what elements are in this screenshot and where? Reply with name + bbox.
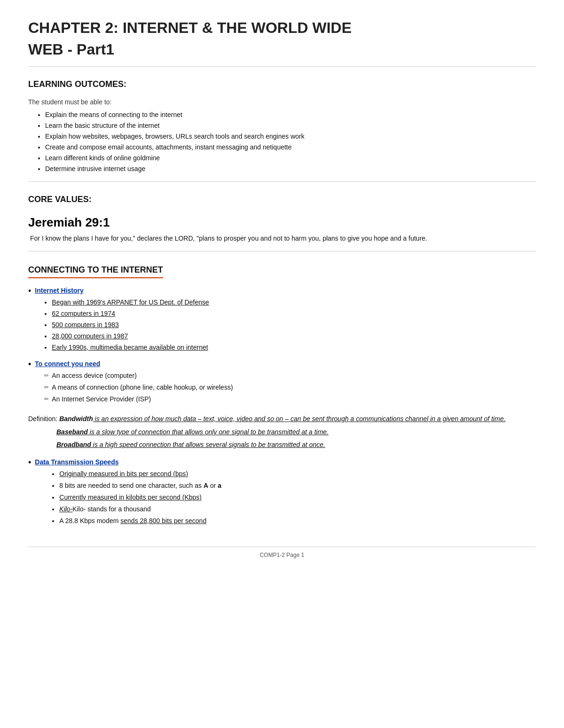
broadband-def-line: Broadband is a high speed connection tha… [56, 439, 536, 450]
history-item-text: Began with 1969's ARPANET for US Dept. o… [52, 298, 209, 306]
history-item: 500 computers in 1983 [52, 320, 536, 330]
data-item-text: Kilo-Kilo- stands for a thousand [59, 505, 151, 513]
connect-requirements-list: An access device (computer) A means of c… [35, 371, 536, 404]
outcome-item: Learn different kinds of online goldmine [45, 153, 536, 163]
internet-history-list: Began with 1969's ARPANET for US Dept. o… [35, 297, 536, 352]
footer-text: COMP1-2 Page 1 [260, 552, 305, 558]
bullet-dot: • [28, 456, 31, 469]
to-connect-content: To connect you need An access device (co… [35, 359, 536, 406]
connect-req-item: A means of connection (phone line, cable… [44, 383, 536, 392]
core-values-heading: CORE VALUES: [28, 193, 536, 206]
page-title-line1: CHAPTER 2: INTERNET & THE WORLD WIDE [28, 19, 536, 37]
data-transmission-link[interactable]: Data Transmission Speeds [35, 458, 118, 466]
baseband-def-text: is a slow type of connection that allows… [88, 428, 329, 436]
data-transmission-section: • Data Transmission Speeds Originally me… [28, 457, 536, 528]
bullet-dot: • [28, 285, 31, 297]
data-transmission-content: Data Transmission Speeds Originally meas… [35, 457, 536, 528]
history-item-text: Early 1990s, multimedia became available… [52, 344, 208, 351]
bandwidth-definition-text: is an expression of how much data – text… [93, 415, 506, 423]
baseband-def-line: Baseband is a slow type of connection th… [56, 427, 536, 437]
outcome-item: Determine intrusive internet usage [45, 164, 536, 174]
data-item: Originally measured in bits per second (… [59, 469, 536, 479]
history-item-text: 500 computers in 1983 [52, 321, 118, 329]
history-item-text: 28,000 computers in 1987 [52, 332, 128, 340]
data-item: A 28.8 Kbps modem sends 28,800 bits per … [59, 516, 536, 526]
connect-req-item: An access device (computer) [44, 371, 536, 381]
to-connect-item: • To connect you need An access device (… [28, 359, 536, 406]
outcomes-list: Explain the means of connecting to the i… [28, 110, 536, 174]
bandwidth-def-line: Definition: Bandwidth is an expression o… [28, 414, 536, 424]
outcome-item: Explain how websites, webpages, browsers… [45, 132, 536, 141]
to-connect-link[interactable]: To connect you need [35, 360, 100, 368]
indented-definitions: Baseband is a slow type of connection th… [28, 427, 536, 450]
internet-history-content: Internet History Began with 1969's ARPAN… [35, 286, 536, 354]
history-item: 28,000 computers in 1987 [52, 331, 536, 341]
connecting-heading: CONNECTING TO THE INTERNET [28, 264, 163, 278]
connect-req-item: An Internet Service Provider (ISP) [44, 394, 536, 404]
history-item: Began with 1969's ARPANET for US Dept. o… [52, 297, 536, 307]
definition-prefix: Definition: [28, 415, 59, 423]
bandwidth-definition: Definition: Bandwidth is an expression o… [28, 414, 536, 450]
broadband-term: Broadband [56, 441, 91, 448]
outcome-item: Create and compose email accounts, attac… [45, 142, 536, 152]
data-item-text: 8 bits are needed to send one character,… [59, 482, 221, 489]
outcome-item: Explain the means of connecting to the i… [45, 110, 536, 120]
data-item: Currently measured in kilobits per secon… [59, 493, 536, 502]
page-title-line2: WEB - Part1 [28, 40, 536, 58]
internet-history-item: • Internet History Began with 1969's ARP… [28, 286, 536, 354]
baseband-term: Baseband [56, 428, 88, 436]
data-item: Kilo-Kilo- stands for a thousand [59, 504, 536, 514]
data-item-text: Originally measured in bits per second (… [59, 470, 188, 478]
data-transmission-list: Originally measured in bits per second (… [35, 469, 536, 526]
internet-history-link[interactable]: Internet History [35, 287, 83, 294]
jeremiah-heading: Jeremiah 29:1 [28, 213, 536, 232]
outcome-item: Learn the basic structure of the interne… [45, 121, 536, 131]
data-item-text: Currently measured in kilobits per secon… [59, 493, 202, 501]
history-item-text: 62 computers in 1974 [52, 310, 115, 317]
data-item-text: A 28.8 Kbps modem sends 28,800 bits per … [59, 517, 206, 524]
history-item: Early 1990s, multimedia became available… [52, 343, 536, 352]
learning-outcomes-intro: The student must be able to: [28, 97, 536, 107]
connecting-section: CONNECTING TO THE INTERNET • Internet Hi… [28, 259, 536, 528]
broadband-def-text: is a high speed connection that allows s… [91, 441, 325, 448]
jeremiah-quote: For I know the plans I have for you," de… [28, 234, 536, 243]
history-item: 62 computers in 1974 [52, 309, 536, 319]
bullet-dot: • [28, 358, 31, 371]
data-item: 8 bits are needed to send one character,… [59, 481, 536, 491]
learning-outcomes-heading: LEARNING OUTCOMES: [28, 78, 536, 91]
bandwidth-term: Bandwidth [59, 415, 93, 423]
data-transmission-item: • Data Transmission Speeds Originally me… [28, 457, 536, 528]
page-footer: COMP1-2 Page 1 [28, 547, 536, 559]
